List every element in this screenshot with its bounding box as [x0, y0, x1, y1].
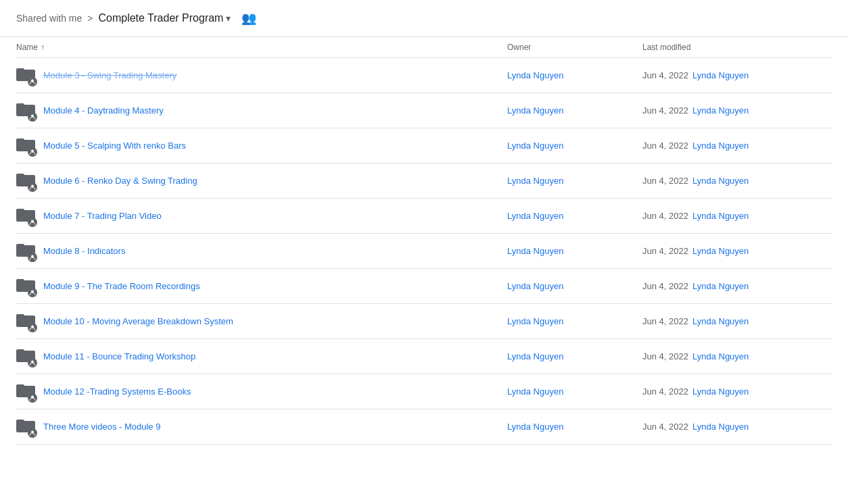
file-name-label[interactable]: Module 8 - Indicators: [43, 246, 125, 256]
column-name-label: Name: [16, 43, 38, 52]
column-header-modified[interactable]: Last modified: [642, 43, 832, 52]
modified-cell: Jun 4, 2022 Lynda Nguyen: [642, 70, 832, 80]
owner-cell[interactable]: Lynda Nguyen: [507, 351, 642, 361]
file-name-label[interactable]: Module 9 - The Trade Room Recordings: [43, 281, 200, 291]
table-row[interactable]: Module 10 - Moving Average Breakdown Sys…: [16, 304, 832, 339]
modified-by[interactable]: Lynda Nguyen: [692, 316, 749, 326]
modified-by[interactable]: Lynda Nguyen: [692, 141, 749, 151]
sort-arrow-icon: ↑: [41, 43, 45, 52]
folder-icon-wrap: [16, 382, 35, 401]
folder-icon-wrap: [16, 172, 35, 190]
owner-cell[interactable]: Lynda Nguyen: [507, 70, 642, 80]
modified-by[interactable]: Lynda Nguyen: [692, 211, 749, 221]
table-row[interactable]: Module 3 - Swing Trading Mastery Lynda N…: [16, 58, 832, 93]
shared-person-badge: [28, 288, 37, 297]
owner-cell[interactable]: Lynda Nguyen: [507, 316, 642, 326]
breadcrumb-current-folder[interactable]: Complete Trader Program ▾: [98, 12, 231, 24]
file-name-label[interactable]: Module 6 - Renko Day & Swing Trading: [43, 176, 197, 186]
name-cell: Module 7 - Trading Plan Video: [16, 201, 507, 230]
shared-person-badge: [28, 182, 37, 192]
column-header-owner[interactable]: Owner: [507, 43, 642, 52]
modified-by[interactable]: Lynda Nguyen: [692, 176, 749, 186]
modified-date: Jun 4, 2022: [642, 281, 688, 291]
table-row[interactable]: Three More videos - Module 9 Lynda Nguye…: [16, 409, 832, 445]
modified-cell: Jun 4, 2022 Lynda Nguyen: [642, 386, 832, 397]
file-name-label[interactable]: Module 12 -Trading Systems E-Books: [43, 386, 191, 397]
modified-cell: Jun 4, 2022 Lynda Nguyen: [642, 246, 832, 256]
svg-rect-22: [16, 314, 24, 318]
modified-by[interactable]: Lynda Nguyen: [692, 386, 749, 397]
shared-person-badge: [28, 77, 37, 86]
breadcrumb-root[interactable]: Shared with me: [16, 13, 82, 24]
file-name-label[interactable]: Module 4 - Daytrading Mastery: [43, 105, 164, 116]
modified-cell: Jun 4, 2022 Lynda Nguyen: [642, 141, 832, 151]
modified-cell: Jun 4, 2022 Lynda Nguyen: [642, 351, 832, 361]
modified-date: Jun 4, 2022: [642, 105, 688, 116]
file-name-label[interactable]: Module 10 - Moving Average Breakdown Sys…: [43, 316, 233, 326]
modified-by[interactable]: Lynda Nguyen: [692, 351, 749, 361]
owner-cell[interactable]: Lynda Nguyen: [507, 141, 642, 151]
table-row[interactable]: Module 5 - Scalping With renko Bars Lynd…: [16, 128, 832, 163]
owner-cell[interactable]: Lynda Nguyen: [507, 246, 642, 256]
table-body: Module 3 - Swing Trading Mastery Lynda N…: [16, 58, 832, 445]
column-owner-label: Owner: [507, 43, 531, 52]
table-row[interactable]: Module 8 - Indicators Lynda Nguyen Jun 4…: [16, 234, 832, 269]
table-row[interactable]: Module 6 - Renko Day & Swing Trading Lyn…: [16, 163, 832, 199]
table-row[interactable]: Module 9 - The Trade Room Recordings Lyn…: [16, 269, 832, 304]
modified-cell: Jun 4, 2022 Lynda Nguyen: [642, 422, 832, 432]
folder-icon-wrap: [16, 418, 35, 436]
svg-rect-16: [16, 244, 24, 247]
modified-by[interactable]: Lynda Nguyen: [692, 422, 749, 432]
breadcrumb-header: Shared with me > Complete Trader Program…: [0, 0, 848, 37]
column-header-name[interactable]: Name ↑: [16, 43, 507, 52]
modified-cell: Jun 4, 2022 Lynda Nguyen: [642, 316, 832, 326]
chevron-down-icon: ▾: [226, 13, 231, 24]
table-row[interactable]: Module 7 - Trading Plan Video Lynda Nguy…: [16, 199, 832, 234]
svg-rect-19: [16, 279, 24, 282]
shared-person-badge: [28, 147, 37, 157]
modified-cell: Jun 4, 2022 Lynda Nguyen: [642, 281, 832, 291]
file-name-label[interactable]: Module 5 - Scalping With renko Bars: [43, 141, 186, 151]
modified-by[interactable]: Lynda Nguyen: [692, 70, 749, 80]
owner-cell[interactable]: Lynda Nguyen: [507, 105, 642, 116]
owner-cell[interactable]: Lynda Nguyen: [507, 422, 642, 432]
svg-rect-7: [16, 138, 24, 142]
modified-date: Jun 4, 2022: [642, 316, 688, 326]
owner-cell[interactable]: Lynda Nguyen: [507, 386, 642, 397]
shared-person-badge: [28, 358, 37, 368]
modified-cell: Jun 4, 2022 Lynda Nguyen: [642, 176, 832, 186]
table-row[interactable]: Module 11 - Bounce Trading Workshop Lynd…: [16, 339, 832, 374]
folder-icon-wrap: [16, 312, 35, 330]
name-cell: Module 10 - Moving Average Breakdown Sys…: [16, 307, 507, 336]
modified-date: Jun 4, 2022: [642, 141, 688, 151]
modified-cell: Jun 4, 2022 Lynda Nguyen: [642, 105, 832, 116]
modified-by[interactable]: Lynda Nguyen: [692, 105, 749, 116]
modified-by[interactable]: Lynda Nguyen: [692, 246, 749, 256]
file-name-label[interactable]: Three More videos - Module 9: [43, 422, 160, 432]
file-name-label[interactable]: Module 11 - Bounce Trading Workshop: [43, 351, 195, 361]
table-row[interactable]: Module 12 -Trading Systems E-Books Lynda…: [16, 374, 832, 409]
table-row[interactable]: Module 4 - Daytrading Mastery Lynda Nguy…: [16, 93, 832, 128]
modified-date: Jun 4, 2022: [642, 176, 688, 186]
modified-date: Jun 4, 2022: [642, 70, 688, 80]
file-name-label[interactable]: Module 3 - Swing Trading Mastery: [43, 70, 176, 80]
name-cell: Module 3 - Swing Trading Mastery: [16, 61, 507, 90]
svg-rect-13: [16, 209, 24, 212]
name-cell: Module 8 - Indicators: [16, 236, 507, 266]
people-icon[interactable]: 👥: [241, 11, 256, 26]
file-name-label[interactable]: Module 7 - Trading Plan Video: [43, 211, 162, 221]
modified-cell: Jun 4, 2022 Lynda Nguyen: [642, 211, 832, 221]
owner-cell[interactable]: Lynda Nguyen: [507, 176, 642, 186]
modified-by[interactable]: Lynda Nguyen: [692, 281, 749, 291]
name-cell: Module 12 -Trading Systems E-Books: [16, 377, 507, 406]
folder-icon-wrap: [16, 66, 35, 84]
svg-rect-4: [16, 103, 24, 107]
breadcrumb-separator: >: [87, 13, 93, 24]
svg-rect-31: [16, 420, 24, 423]
owner-cell[interactable]: Lynda Nguyen: [507, 281, 642, 291]
name-cell: Module 5 - Scalping With renko Bars: [16, 131, 507, 160]
shared-person-badge: [28, 218, 37, 227]
owner-cell[interactable]: Lynda Nguyen: [507, 211, 642, 221]
shared-person-badge: [28, 253, 37, 262]
svg-rect-25: [16, 349, 24, 353]
